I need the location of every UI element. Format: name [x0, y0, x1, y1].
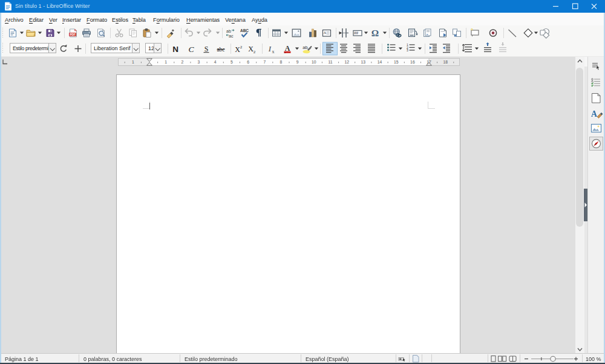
svg-text:N: N [172, 45, 178, 54]
svg-text:13: 13 [361, 60, 366, 64]
svg-text:14: 14 [378, 60, 382, 64]
svg-text:12: 12 [344, 60, 349, 64]
svg-text:15: 15 [394, 60, 399, 64]
svg-text:ab: ab [226, 29, 231, 33]
svg-text:3: 3 [198, 60, 200, 64]
svg-text:x: x [272, 49, 275, 54]
svg-text:2: 2 [240, 45, 243, 50]
svg-text:1: 1 [132, 60, 134, 64]
svg-text:A: A [324, 31, 327, 34]
svg-text:4: 4 [214, 60, 217, 64]
svg-text:16: 16 [410, 60, 415, 64]
svg-text:11: 11 [328, 60, 332, 64]
svg-text:9: 9 [296, 60, 299, 64]
svg-text:##: ## [354, 31, 359, 35]
svg-text:10: 10 [312, 60, 316, 64]
svg-text:6: 6 [247, 60, 249, 64]
svg-text:A: A [591, 109, 598, 119]
svg-text:18: 18 [443, 60, 448, 64]
svg-text:Ω: Ω [371, 28, 379, 38]
svg-text:7: 7 [263, 60, 266, 64]
svg-text:5: 5 [231, 60, 233, 64]
svg-text:ac: ac [229, 34, 234, 38]
svg-text:8: 8 [280, 60, 283, 64]
svg-text:ABC: ABC [240, 28, 249, 33]
svg-text:1: 1 [165, 60, 167, 64]
svg-text:2: 2 [182, 60, 184, 64]
svg-text:2: 2 [253, 50, 256, 54]
svg-text:S: S [204, 45, 209, 53]
svg-text:I: I [268, 44, 272, 53]
svg-text:3: 3 [407, 48, 408, 52]
svg-text:PDF: PDF [70, 33, 75, 36]
svg-text:C: C [188, 45, 194, 54]
svg-text:ab: ab [302, 45, 307, 50]
